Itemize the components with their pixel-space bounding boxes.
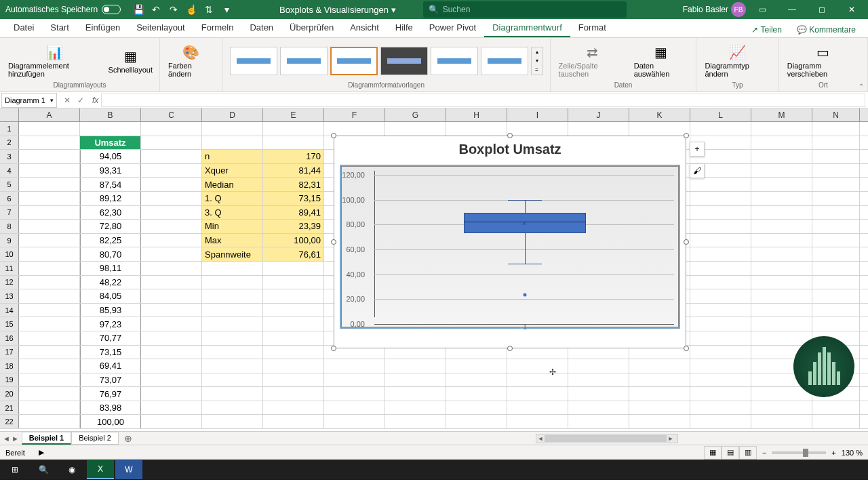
chart-style-4[interactable] xyxy=(380,47,428,75)
cell[interactable] xyxy=(19,164,80,178)
cell[interactable] xyxy=(507,401,568,415)
cell[interactable] xyxy=(568,387,629,401)
cell[interactable] xyxy=(812,122,860,136)
cell[interactable] xyxy=(263,289,324,303)
move-chart-button[interactable]: ▭Diagramm verschieben xyxy=(785,43,862,79)
comments-button[interactable]: 💬 Kommentare xyxy=(790,22,863,37)
cell[interactable] xyxy=(141,387,202,401)
cell[interactable] xyxy=(385,122,446,136)
plot-area[interactable]: 0,0020,0040,0060,0080,00100,00120,00✕1 xyxy=(341,166,679,327)
cell[interactable] xyxy=(202,359,263,373)
cell[interactable]: 84,05 xyxy=(80,289,141,303)
cell[interactable] xyxy=(19,234,80,247)
row-header[interactable]: 16 xyxy=(0,331,19,345)
row-header[interactable]: 9 xyxy=(0,234,19,247)
cell[interactable] xyxy=(690,178,751,191)
cell[interactable] xyxy=(263,415,324,428)
select-data-button[interactable]: ▦Daten auswählen xyxy=(631,43,691,79)
cell[interactable] xyxy=(141,373,202,387)
cell[interactable] xyxy=(507,359,568,373)
cell[interactable] xyxy=(507,387,568,401)
cell[interactable] xyxy=(19,373,80,387)
cell[interactable] xyxy=(202,415,263,428)
autosave-toggle[interactable] xyxy=(102,5,121,14)
cell[interactable] xyxy=(690,122,751,136)
cell[interactable] xyxy=(751,192,812,205)
cell[interactable] xyxy=(812,304,860,317)
cell[interactable] xyxy=(690,276,751,289)
cell[interactable] xyxy=(80,122,141,136)
cell[interactable] xyxy=(19,346,80,359)
cell[interactable] xyxy=(690,206,751,220)
ribbon-tab-format[interactable]: Format xyxy=(570,19,614,37)
horizontal-scrollbar[interactable]: ◄► xyxy=(536,434,678,443)
cell[interactable] xyxy=(507,415,568,428)
cell[interactable] xyxy=(19,276,80,289)
sheet-nav-next[interactable]: ► xyxy=(12,434,19,443)
change-chart-type-button[interactable]: 📈Diagrammtyp ändern xyxy=(702,43,772,79)
cell[interactable] xyxy=(690,359,751,373)
cell[interactable] xyxy=(812,136,860,150)
ribbon-tab-formeln[interactable]: Formeln xyxy=(193,19,242,37)
share-button[interactable]: ↗ Teilen xyxy=(745,22,788,37)
cell[interactable] xyxy=(629,401,690,415)
column-header[interactable]: L xyxy=(690,108,751,121)
row-header[interactable]: 17 xyxy=(0,346,19,359)
column-header[interactable]: N xyxy=(812,108,860,121)
cell[interactable] xyxy=(690,415,751,428)
row-header[interactable]: 7 xyxy=(0,206,19,220)
chart-style-1[interactable] xyxy=(230,47,277,75)
sheet-tab[interactable]: Beispiel 1 xyxy=(22,432,71,445)
cell[interactable] xyxy=(19,150,80,163)
cell[interactable] xyxy=(751,164,812,178)
cell[interactable] xyxy=(812,247,860,261)
search-input[interactable]: 🔍 Suchen xyxy=(423,1,627,18)
cell[interactable] xyxy=(812,192,860,205)
row-header[interactable]: 8 xyxy=(0,220,19,233)
cell[interactable] xyxy=(19,401,80,415)
column-header[interactable]: H xyxy=(446,108,507,121)
zoom-out-button[interactable]: − xyxy=(762,449,766,457)
cell[interactable] xyxy=(751,262,812,275)
cell[interactable] xyxy=(629,373,690,387)
chart-style-gallery[interactable]: ▴▾≡ xyxy=(229,45,545,77)
cell[interactable] xyxy=(446,415,507,428)
cell[interactable] xyxy=(385,415,446,428)
cell[interactable] xyxy=(263,276,324,289)
row-header[interactable]: 14 xyxy=(0,304,19,317)
cell[interactable] xyxy=(202,373,263,387)
cell[interactable]: 100,00 xyxy=(263,234,324,247)
minimize-button[interactable]: — xyxy=(778,0,806,19)
cell[interactable] xyxy=(568,373,629,387)
cell[interactable] xyxy=(141,206,202,220)
cell[interactable] xyxy=(568,401,629,415)
cell[interactable]: Median xyxy=(202,178,263,191)
resize-handle[interactable] xyxy=(684,239,689,245)
cell[interactable] xyxy=(751,220,812,233)
column-header[interactable]: A xyxy=(19,108,80,121)
cell[interactable] xyxy=(263,136,324,150)
chart-title[interactable]: Boxplot Umsatz xyxy=(334,136,686,163)
column-header[interactable]: B xyxy=(80,108,141,121)
cell[interactable] xyxy=(812,220,860,233)
resize-handle[interactable] xyxy=(331,346,336,351)
cell[interactable] xyxy=(385,359,446,373)
cell[interactable] xyxy=(263,317,324,331)
ribbon-tab-ansicht[interactable]: Ansicht xyxy=(342,19,387,37)
row-header[interactable]: 10 xyxy=(0,247,19,261)
cell[interactable] xyxy=(690,220,751,233)
cell[interactable] xyxy=(690,304,751,317)
cell[interactable] xyxy=(202,317,263,331)
cell[interactable]: 72,80 xyxy=(80,220,141,233)
cell[interactable] xyxy=(751,415,812,428)
cell[interactable] xyxy=(202,276,263,289)
cell[interactable] xyxy=(141,317,202,331)
cell[interactable] xyxy=(690,401,751,415)
cell[interactable] xyxy=(507,122,568,136)
ribbon-display-icon[interactable]: ▭ xyxy=(749,0,776,19)
fx-icon[interactable]: fx xyxy=(90,96,101,105)
cell[interactable]: 69,41 xyxy=(80,359,141,373)
row-header[interactable]: 4 xyxy=(0,164,19,178)
cell[interactable] xyxy=(690,387,751,401)
undo-icon[interactable]: ↶ xyxy=(148,1,164,18)
